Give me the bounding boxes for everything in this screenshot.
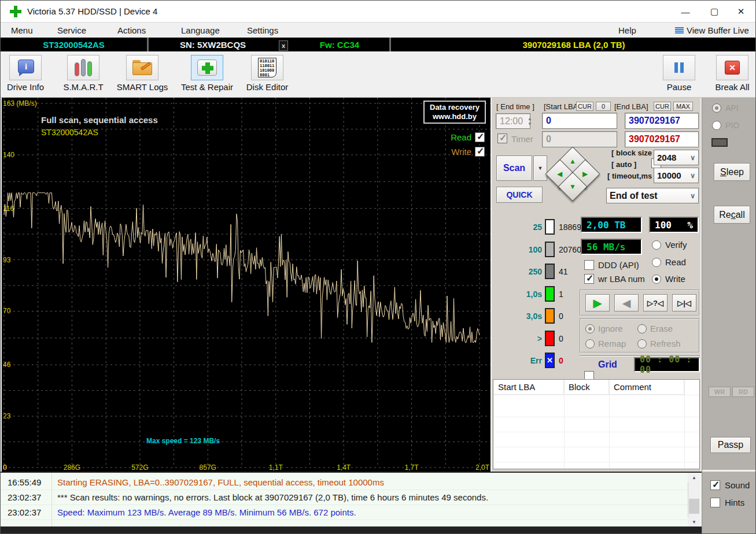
end-time-input[interactable]: 12:00 ▲▼ <box>496 113 530 129</box>
seek-end-button[interactable]: ▷|◁ <box>672 294 696 312</box>
menu-bar: MenuServiceActionsLanguageSettings Help … <box>1 23 756 38</box>
remap-radio[interactable] <box>585 339 595 348</box>
break-all-button[interactable]: ✕ Break All <box>710 55 755 93</box>
read-checkbox[interactable] <box>475 132 485 142</box>
menu-settings[interactable]: Settings <box>244 24 282 36</box>
menu-help[interactable]: Help <box>615 24 640 36</box>
column-header-start-lba[interactable]: Start LBA <box>493 380 564 395</box>
info-bubble-icon: i <box>17 60 34 76</box>
sound-checkbox[interactable] <box>710 480 720 490</box>
verify-radio-row[interactable]: Verify <box>652 240 687 250</box>
serial-hide-button[interactable]: x <box>277 38 290 51</box>
stat-label: > <box>537 334 542 343</box>
log-message: Starting ERASING, LBA=0..3907029167, FUL… <box>57 477 384 487</box>
start-lba-input[interactable]: 0 <box>542 113 617 129</box>
start-test-button[interactable]: ▶ <box>585 294 610 312</box>
maximize-button[interactable]: ▢ <box>701 1 728 23</box>
refresh-radio-row[interactable]: Refresh <box>637 339 681 348</box>
scroll-up-icon[interactable]: ▲ <box>688 473 700 482</box>
wr-lba-checkbox[interactable] <box>584 274 594 284</box>
read-radio[interactable] <box>652 258 661 267</box>
erase-radio[interactable] <box>637 324 647 333</box>
erase-radio-row[interactable]: Erase <box>637 324 673 333</box>
log-panel[interactable]: 16:55:49Starting ERASING, LBA=0..3907029… <box>1 472 702 526</box>
hints-checkbox-row[interactable]: Hints <box>710 498 744 507</box>
menu-language[interactable]: Language <box>178 24 223 36</box>
end-of-test-select[interactable]: End of test∨ <box>606 188 699 203</box>
rd-button[interactable]: RD <box>732 387 754 397</box>
svg-text:1,7T: 1,7T <box>405 463 419 472</box>
pause-button[interactable]: Pause <box>657 55 702 93</box>
end-lba-max-button[interactable]: MAX <box>673 102 693 111</box>
end-lba-cur-button[interactable]: CUR <box>654 102 671 111</box>
quick-button[interactable]: QUICK <box>496 187 543 203</box>
start-lba-cur-button[interactable]: CUR <box>576 102 593 111</box>
write-checkbox[interactable] <box>475 147 485 157</box>
column-header-block[interactable]: Block <box>564 380 609 395</box>
write-radio-row[interactable]: Write <box>652 274 685 284</box>
sleep-button[interactable]: Sleep <box>714 163 750 181</box>
scrollbar-thumb[interactable] <box>689 499 699 514</box>
smart-logs-button[interactable]: SMART Logs <box>120 55 165 93</box>
log-entry[interactable]: 23:02:37Speed: Maximum 123 MB/s. Average… <box>1 505 702 520</box>
scan-button[interactable]: Scan <box>496 155 532 181</box>
menu-actions[interactable]: Actions <box>114 24 149 36</box>
view-buffer-live-button[interactable]: View Buffer Live <box>672 24 753 36</box>
defect-table[interactable]: Start LBABlockComment <box>493 379 700 469</box>
timeout-select[interactable]: 10000∨ <box>654 168 699 183</box>
log-entry[interactable]: 16:55:49Starting ERASING, LBA=0..3907029… <box>1 475 702 490</box>
sound-checkbox-row[interactable]: Sound <box>710 480 750 490</box>
wr-lba-checkbox-row[interactable]: wr LBA num <box>584 274 645 284</box>
recall-button[interactable]: Recall <box>714 206 750 224</box>
minimize-button[interactable]: — <box>672 1 699 23</box>
defect-action-group: Ignore Erase Remap Refresh <box>580 318 700 353</box>
ignore-radio[interactable] <box>585 324 595 333</box>
passp-button[interactable]: Passp <box>710 437 751 453</box>
block-size-select[interactable]: 2048∨ <box>654 150 699 165</box>
start-lba-zero-button[interactable]: 0 <box>596 102 611 111</box>
ddd-checkbox[interactable] <box>584 260 594 270</box>
write-radio[interactable] <box>652 275 661 284</box>
back-button[interactable]: ◀ <box>614 294 639 312</box>
stat-row-30s: 3,0s0 <box>492 306 577 328</box>
pio-radio[interactable] <box>712 121 721 130</box>
ddd-checkbox-row[interactable]: DDD (API) <box>584 260 639 270</box>
close-button[interactable]: ✕ <box>728 1 754 23</box>
end-lba-input[interactable]: 3907029167 <box>625 113 699 129</box>
window-title: Victoria 5.37 HDD/SSD | Device 4 <box>27 6 157 16</box>
s-m-a-r-t-button[interactable]: S.M.A.R.T <box>61 55 106 93</box>
stat-label: 1,0s <box>526 290 542 299</box>
remap-radio-row[interactable]: Remap <box>585 339 626 348</box>
read-radio-row[interactable]: Read <box>652 257 686 267</box>
timer-checkbox[interactable] <box>497 134 507 143</box>
graph-subtitle: ST32000542AS <box>41 128 98 137</box>
read-toggle-row: Read <box>451 132 485 142</box>
api-radio-row[interactable]: API <box>712 103 739 113</box>
menu-service[interactable]: Service <box>54 24 90 36</box>
seek-error-button[interactable]: ▷?◁ <box>643 294 668 312</box>
hints-checkbox[interactable] <box>710 498 720 507</box>
disk-editor-button[interactable]: 0101101100111010000001Disk Editor <box>245 55 290 93</box>
scroll-down-icon[interactable]: ▼ <box>688 517 700 526</box>
test-repair-button[interactable]: Test & Repair <box>185 55 230 93</box>
ignore-radio-row[interactable]: Ignore <box>585 324 623 333</box>
device-serial: SN: 5XW2BCQS <box>149 38 277 51</box>
wr-button[interactable]: WR <box>709 387 731 397</box>
log-entry[interactable]: 23:02:37*** Scan results: no warnings, n… <box>1 490 702 505</box>
column-header-comment[interactable]: Comment <box>609 380 684 395</box>
refresh-radio[interactable] <box>637 339 647 348</box>
api-radio[interactable] <box>712 103 721 113</box>
menu-menu[interactable]: Menu <box>8 24 36 36</box>
write-label: Write <box>451 147 471 157</box>
timer-input[interactable]: 0 <box>542 131 617 147</box>
activity-led <box>711 138 728 147</box>
verify-radio[interactable] <box>652 240 661 250</box>
test-control-panel: [ End time ] [Start LBA] CUR 0 [End LBA]… <box>491 98 700 472</box>
device-model[interactable]: ST32000542AS <box>1 38 147 51</box>
pio-radio-row[interactable]: PIO <box>712 121 739 130</box>
elapsed-time-display: 00 : 00 : 00 <box>634 357 700 372</box>
scan-dropdown-button[interactable]: ▼ <box>533 155 547 181</box>
end-time-spinner[interactable]: ▲▼ <box>528 116 532 127</box>
play-back-icon: ◀ <box>622 296 631 310</box>
drive-info-button[interactable]: iDrive Info <box>3 55 48 93</box>
